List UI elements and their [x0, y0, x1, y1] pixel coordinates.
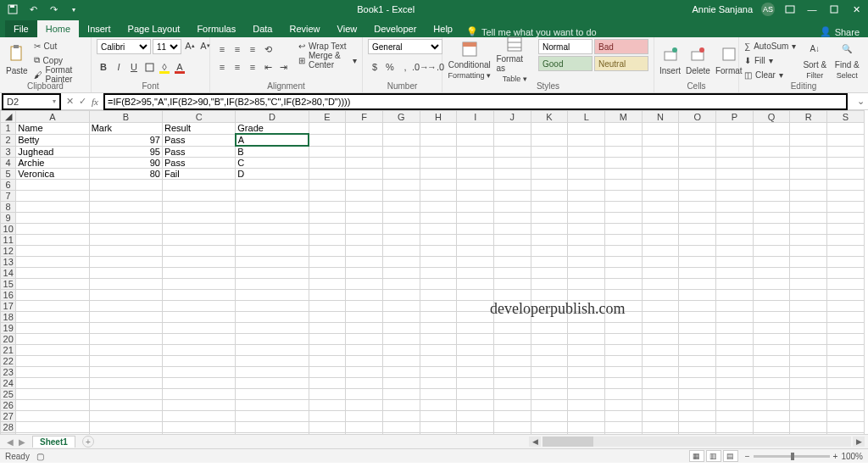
user-name[interactable]: Annie Sanjana [692, 4, 753, 14]
scroll-right-icon[interactable]: ▶ [853, 436, 865, 447]
redo-icon[interactable]: ↷ [47, 3, 59, 15]
increase-decimal-icon[interactable]: .0→ [414, 60, 427, 74]
percent-format-icon[interactable]: % [383, 60, 397, 74]
format-cells-button[interactable]: Format [715, 39, 743, 80]
tab-developer[interactable]: Developer [365, 20, 425, 37]
user-avatar[interactable]: AS [761, 3, 775, 16]
cancel-formula-icon[interactable]: ✕ [66, 96, 74, 107]
font-color-button[interactable]: A [173, 60, 186, 74]
row-hdr[interactable]: 19 [1, 323, 16, 334]
cell[interactable]: Pass [162, 134, 235, 146]
col-hdr[interactable]: A [16, 111, 89, 123]
decrease-decimal-icon[interactable]: →.0 [429, 60, 442, 74]
format-painter-button[interactable]: 🖌Format Painter [34, 68, 86, 81]
enter-formula-icon[interactable]: ✓ [79, 96, 86, 107]
fx-icon[interactable]: fx [92, 97, 98, 107]
zoom-level[interactable]: 100% [841, 452, 863, 461]
sort-filter-button[interactable]: A↓Sort &Filter [801, 39, 828, 80]
tab-help[interactable]: Help [425, 20, 461, 37]
clear-button[interactable]: ◫Clear ▾ [744, 68, 796, 81]
cell[interactable]: Archie [16, 158, 89, 169]
tab-pagelayout[interactable]: Page Layout [120, 20, 189, 37]
select-all-cell[interactable]: ◢ [1, 111, 16, 123]
save-icon[interactable] [7, 3, 19, 15]
col-hdr[interactable]: G [383, 111, 420, 123]
align-left-icon[interactable]: ≡ [215, 60, 229, 74]
col-hdr[interactable]: R [790, 111, 827, 123]
row-hdr[interactable]: 7 [1, 191, 16, 202]
row-hdr[interactable]: 8 [1, 202, 16, 213]
cell[interactable]: B [236, 146, 309, 158]
italic-button[interactable]: I [112, 60, 125, 74]
column-header-row[interactable]: ◢ ABCDEFGHIJKLMNOPQRS [1, 111, 865, 123]
cut-button[interactable]: ✂Cut [34, 39, 86, 53]
cell[interactable]: Result [162, 123, 235, 135]
col-hdr[interactable]: B [89, 111, 162, 123]
underline-button[interactable]: U [127, 60, 141, 74]
increase-font-icon[interactable]: A▴ [183, 39, 197, 53]
next-sheet-icon[interactable]: ▶ [19, 437, 25, 447]
col-hdr[interactable]: Q [753, 111, 790, 123]
scroll-thumb[interactable] [542, 436, 593, 447]
row-hdr[interactable]: 10 [1, 224, 16, 235]
macro-record-icon[interactable]: ▢ [36, 452, 44, 461]
format-as-table-button[interactable]: Format asTable ▾ [496, 39, 533, 80]
col-hdr[interactable]: S [827, 111, 865, 123]
col-hdr[interactable]: K [531, 111, 568, 123]
style-neutral[interactable]: Neutral [594, 56, 648, 71]
comma-format-icon[interactable]: , [398, 60, 412, 74]
prev-sheet-icon[interactable]: ◀ [7, 437, 14, 447]
row-hdr[interactable]: 9 [1, 213, 16, 224]
merge-center-button[interactable]: ⊞Merge & Center ▾ [298, 53, 357, 67]
cell[interactable]: Fail [162, 169, 235, 180]
ribbon-display-icon[interactable] [783, 3, 797, 16]
tab-data[interactable]: Data [244, 20, 281, 37]
style-normal[interactable]: Normal [538, 39, 593, 54]
tab-insert[interactable]: Insert [79, 20, 120, 37]
tab-home[interactable]: Home [37, 20, 79, 37]
cell[interactable]: Betty [16, 134, 89, 146]
horizontal-scrollbar[interactable]: ◀ ▶ [529, 436, 868, 447]
fill-color-button[interactable]: ◊ [158, 60, 171, 74]
cell[interactable]: 90 [89, 158, 162, 169]
align-bottom-icon[interactable]: ≡ [246, 42, 259, 56]
tab-file[interactable]: File [5, 20, 37, 37]
row-hdr[interactable]: 5 [1, 169, 16, 180]
align-middle-icon[interactable]: ≡ [231, 42, 244, 56]
row-hdr[interactable]: 12 [1, 246, 16, 257]
row-hdr[interactable]: 20 [1, 334, 16, 345]
row-hdr[interactable]: 24 [1, 378, 16, 389]
col-hdr[interactable]: I [457, 111, 494, 123]
col-hdr[interactable]: P [716, 111, 754, 123]
col-hdr[interactable]: J [494, 111, 531, 123]
number-format-select[interactable]: General [368, 39, 442, 54]
cell[interactable]: Jughead [16, 146, 89, 158]
row-hdr[interactable]: 1 [1, 123, 16, 135]
cell[interactable]: Grade [236, 123, 309, 135]
name-box[interactable]: D2▾ [2, 93, 61, 110]
sheet-tab[interactable]: Sheet1 [32, 436, 75, 448]
row-hdr[interactable]: 2 [1, 134, 16, 146]
scroll-left-icon[interactable]: ◀ [529, 436, 541, 447]
row-hdr[interactable]: 17 [1, 301, 16, 312]
font-name-select[interactable]: Calibri [97, 39, 151, 54]
cell[interactable]: Name [16, 123, 89, 135]
accounting-format-icon[interactable]: $ [368, 60, 381, 74]
orientation-icon[interactable]: ⟲ [261, 42, 275, 56]
row-hdr[interactable]: 6 [1, 180, 16, 191]
align-top-icon[interactable]: ≡ [215, 42, 229, 56]
style-bad[interactable]: Bad [594, 39, 648, 54]
conditional-formatting-button[interactable]: ConditionalFormatting ▾ [448, 39, 491, 80]
find-select-button[interactable]: 🔍Find &Select [833, 39, 860, 80]
spreadsheet-grid[interactable]: ◢ ABCDEFGHIJKLMNOPQRS 1NameMarkResultGra… [0, 110, 865, 434]
row-hdr[interactable]: 14 [1, 268, 16, 279]
row-hdr[interactable]: 23 [1, 367, 16, 378]
col-hdr[interactable]: H [420, 111, 457, 123]
col-hdr[interactable]: M [605, 111, 643, 123]
cell[interactable]: C [236, 158, 309, 169]
row-hdr[interactable]: 4 [1, 158, 16, 169]
view-page-layout-icon[interactable]: ▥ [706, 450, 721, 462]
tell-me-search[interactable]: 💡Tell me what you want to do [466, 26, 597, 37]
fill-button[interactable]: ⬇Fill ▾ [744, 53, 796, 67]
col-hdr[interactable]: D [236, 111, 309, 123]
